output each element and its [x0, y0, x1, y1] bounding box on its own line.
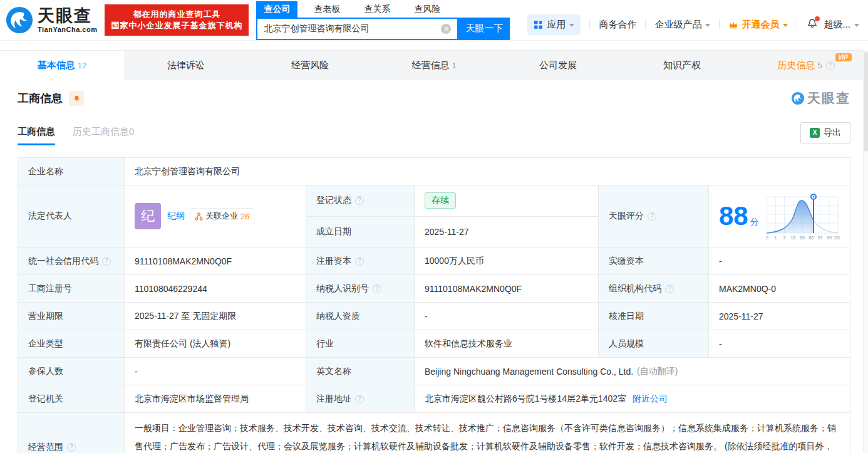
field-label: 登记状态 ? — [306, 185, 415, 216]
tianyancha-watermark: 天眼查 — [791, 90, 850, 107]
table-row: 参保人数 - 英文名称 Beijing Ningchuang Managemen… — [18, 358, 850, 385]
paid-capital-value: - — [709, 247, 850, 274]
main-content: 工商信息 天眼查 工商信息 历史工商信息0 X 导出 企业名称 北京宁创管理咨询… — [0, 90, 868, 453]
search-tab-company[interactable]: 查公司 — [256, 1, 297, 18]
related-companies-badge[interactable]: 关联企业 26 — [190, 208, 254, 224]
legal-rep-avatar[interactable]: 纪 — [135, 203, 161, 229]
table-row: 企业名称 北京宁创管理咨询有限公司 — [18, 158, 850, 185]
svg-text:50: 50 — [800, 236, 805, 240]
field-label: 人员规模 — [599, 330, 709, 357]
tab-history-info[interactable]: VIP 历史信息 5 ? — [744, 51, 868, 80]
english-name-value: Beijing Ningchuang Management Consulting… — [415, 358, 850, 385]
field-label: 行业 — [306, 330, 415, 357]
field-label: 实缴资本 — [599, 247, 709, 274]
nav-open-vip[interactable]: 开通会员 — [728, 19, 788, 31]
help-icon[interactable]: ? — [826, 61, 835, 70]
table-row: 工商注册号 110108046229244 纳税人识别号? 91110108MA… — [18, 275, 850, 303]
table-row: 法定代表人 纪 纪纲 关联企业 26 — [18, 185, 850, 247]
table-row: 登记机关 北京市海淀区市场监督管理局 注册地址? 北京市海淀区魏公村路6号院1号… — [18, 385, 850, 413]
status-badge: 存续 — [425, 192, 456, 209]
watermark-swirl-icon — [791, 91, 805, 105]
table-row: 统一社会信用代码? 91110108MAK2MN0Q0F 注册资本? 10000… — [18, 247, 850, 275]
nav-business-cooperation[interactable]: 商务合作 — [599, 19, 636, 31]
svg-text:3: 3 — [783, 236, 786, 240]
chevron-down-icon — [783, 24, 788, 27]
search-tab-boss[interactable]: 查老板 — [306, 1, 348, 18]
industry-value: 软件和信息技术服务业 — [415, 330, 599, 357]
taxpayer-id-value: 91110108MAK2MN0Q0F — [415, 275, 599, 302]
chevron-down-icon — [569, 24, 574, 27]
help-icon[interactable]: ? — [67, 443, 76, 452]
bell-icon — [73, 95, 81, 103]
help-icon[interactable]: ? — [355, 395, 364, 404]
field-label: 营业期限 — [18, 303, 125, 330]
reg-address-value: 北京市海淀区魏公村路6号院1号楼14层2单元1402室 附近公司 — [415, 385, 850, 412]
tab-company-development[interactable]: 公司发展 — [496, 51, 620, 80]
logo-swirl-icon — [5, 6, 34, 34]
org-network-icon — [195, 212, 203, 221]
brand-name: 天眼查 — [38, 8, 97, 24]
nav-enterprise-products[interactable]: 企业级产品 — [654, 19, 710, 31]
tab-basic-info[interactable]: 基本信息 12 — [0, 51, 124, 80]
field-label: 登记机关 — [18, 385, 125, 412]
help-icon[interactable]: ? — [648, 212, 656, 221]
help-icon[interactable]: ? — [355, 196, 364, 205]
search-tab-risk[interactable]: 查风险 — [406, 1, 448, 18]
excel-icon: X — [810, 128, 820, 138]
search-area: 查公司 查老板 查关系 查风险 ✕ 天眼一下 — [256, 1, 510, 40]
approve-date-value: 2025-11-27 — [709, 303, 850, 330]
help-icon[interactable]: ? — [102, 257, 111, 266]
search-tabs: 查公司 查老板 查关系 查风险 — [256, 1, 510, 18]
field-label: 成立日期 — [306, 217, 415, 247]
help-icon[interactable]: ? — [373, 284, 381, 293]
help-icon[interactable]: ? — [665, 284, 674, 293]
vip-badge: VIP — [835, 53, 852, 61]
company-name-value: 北京宁创管理咨询有限公司 — [125, 158, 850, 185]
insured-count-value: - — [125, 358, 306, 385]
subtab-business-info[interactable]: 工商信息 — [18, 126, 55, 145]
svg-text:97: 97 — [818, 236, 823, 240]
score-curve-chart: 013 155085 9799100 — [765, 192, 840, 241]
nearby-companies-link[interactable]: 附近公司 — [633, 393, 668, 405]
tab-intellectual-property[interactable]: 知识产权 — [620, 51, 744, 80]
brand-slogan: 都在用的商业查询工具 国家中小企业发展子基金旗下机构 — [105, 4, 249, 36]
divider — [589, 19, 590, 29]
search-tab-relation[interactable]: 查关系 — [356, 1, 398, 18]
svg-text:0: 0 — [766, 236, 768, 240]
monitor-bell-button[interactable] — [69, 91, 84, 106]
tianyancha-logo[interactable]: 天眼查 TianYanCha.com — [5, 6, 97, 34]
nav-apps[interactable]: 应用 — [527, 14, 581, 35]
subtab-history-business-info[interactable]: 历史工商信息0 — [73, 126, 134, 145]
divider — [719, 19, 720, 29]
org-code-value: MAK2MN0Q-0 — [709, 275, 850, 302]
notification-bell-icon[interactable] — [806, 18, 819, 32]
nav-account[interactable]: 超级... — [824, 19, 859, 31]
reg-number-value: 110108046229244 — [125, 275, 306, 302]
search-button[interactable]: 天眼一下 — [458, 18, 510, 40]
reg-status-cell: 存续 — [415, 185, 599, 216]
field-label: 组织机构代码? — [599, 275, 709, 302]
field-label: 法定代表人 — [18, 185, 125, 247]
table-row: 经营范围? 一般项目：企业管理咨询；技术服务、技术开发、技术咨询、技术交流、技术… — [18, 413, 850, 453]
apps-grid-icon — [534, 20, 543, 29]
legal-rep-link[interactable]: 纪纲 — [167, 211, 185, 222]
scrollbar-thumb[interactable] — [864, 51, 868, 152]
clear-search-icon[interactable]: ✕ — [441, 24, 451, 34]
table-row: 企业类型 有限责任公司 (法人独资) 行业 软件和信息技术服务业 人员规模 - — [18, 330, 850, 358]
brand-domain: TianYanCha.com — [38, 26, 97, 33]
field-label: 经营范围? — [18, 413, 125, 453]
tab-operation-info[interactable]: 经营信息 1 — [372, 51, 496, 80]
page-scrollbar[interactable] — [863, 50, 868, 453]
svg-text:85: 85 — [809, 236, 814, 240]
tab-operation-risk[interactable]: 经营风险 — [248, 51, 372, 80]
help-icon[interactable]: ? — [355, 257, 364, 266]
field-label: 工商注册号 — [18, 275, 125, 302]
svg-text:100: 100 — [834, 236, 840, 240]
tab-legal-litigation[interactable]: 法律诉讼 — [124, 51, 248, 80]
score-cell: 88分 — [709, 185, 850, 247]
field-label: 纳税人资质 — [306, 303, 415, 330]
search-input[interactable] — [257, 24, 441, 34]
field-label: 英文名称 — [306, 358, 415, 385]
export-button[interactable]: X 导出 — [800, 122, 850, 143]
divider — [645, 19, 646, 29]
